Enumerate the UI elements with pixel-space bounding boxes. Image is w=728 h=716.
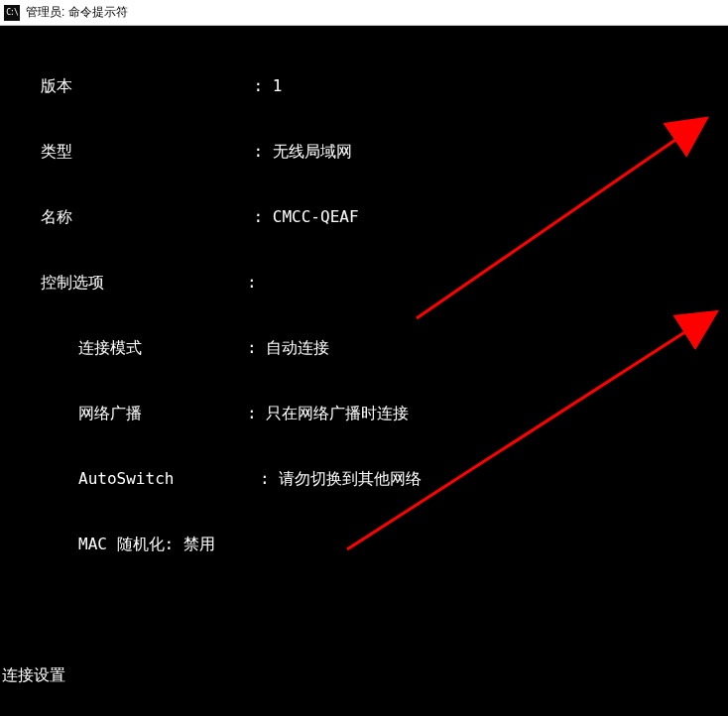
cmd-icon: C:\ <box>4 5 20 21</box>
field-label: 网络广播 <box>2 403 247 424</box>
sep: : <box>247 403 266 424</box>
sep: : <box>254 75 273 97</box>
field-value: CMCC-QEAF <box>273 206 359 228</box>
field-label: 控制选项 <box>2 272 247 294</box>
window-title-text: 管理员: 命令提示符 <box>26 4 128 21</box>
field-value: 无线局域网 <box>273 141 352 163</box>
sep: : <box>247 337 266 359</box>
sep: : <box>247 272 266 294</box>
field-label: 名称 <box>2 206 254 228</box>
field-label: 类型 <box>2 141 254 163</box>
section-header: 连接设置 <box>2 664 726 686</box>
field-label: MAC 随机化: 禁用 <box>2 534 215 555</box>
sep: : <box>254 206 273 228</box>
field-label: 版本 <box>2 75 254 97</box>
field-value: 自动连接 <box>266 337 329 359</box>
field-label: 连接模式 <box>2 337 247 359</box>
sep: : <box>254 141 273 163</box>
window-title-bar: C:\ 管理员: 命令提示符 <box>0 0 728 26</box>
field-value: 1 <box>273 75 283 97</box>
field-label: AutoSwitch <box>2 468 260 490</box>
field-value: 只在网络广播时连接 <box>266 403 409 424</box>
sep: : <box>260 468 279 490</box>
console-output: 版本 : 1 类型 : 无线局域网 名称 : CMCC-QEAF 控制选项 : … <box>0 26 728 716</box>
field-value: 请勿切换到其他网络 <box>279 468 422 490</box>
